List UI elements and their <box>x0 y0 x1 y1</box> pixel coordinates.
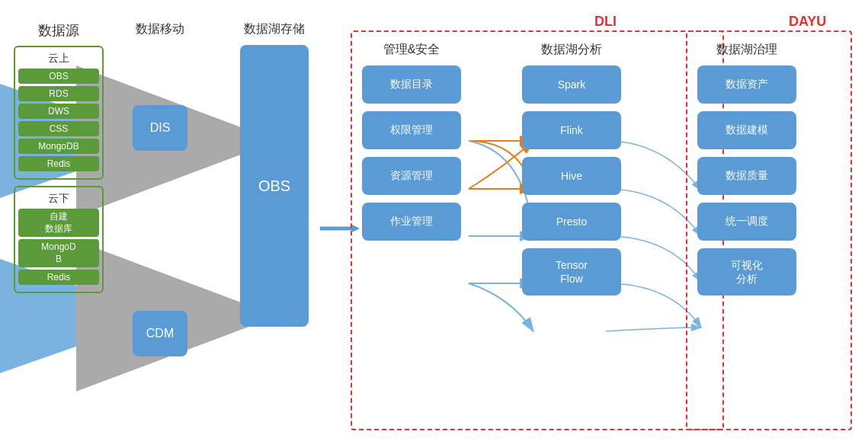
css-btn: CSS <box>18 121 99 136</box>
dis-box: DIS <box>133 105 187 151</box>
resource-box: 资源管理 <box>362 157 461 195</box>
manage-title: 管理&安全 <box>362 42 461 58</box>
dli-label: DLI <box>594 14 617 30</box>
quality-box: 数据质量 <box>697 157 796 195</box>
cdm-box: CDM <box>133 311 187 356</box>
zijian-btn: 自建数据库 <box>18 209 99 237</box>
data-move-section: 数据移动 DIS CDM <box>130 21 191 136</box>
mongodb-btn: MongoDB <box>18 139 99 154</box>
analysis-section: 数据湖分析 Spark Flink Hive Presto TensorFlow <box>522 42 621 295</box>
redis-btn: Redis <box>18 156 99 171</box>
visual-box: 可视化分析 <box>697 248 796 295</box>
obs-btn: OBS <box>18 69 99 84</box>
datasource-title: 数据源 <box>14 21 104 40</box>
datasource-section: 数据源 云上 OBS RDS DWS CSS MongoDB Redis 云下 … <box>14 21 104 298</box>
main-diagram: 数据源 云上 OBS RDS DWS CSS MongoDB Redis 云下 … <box>0 0 868 444</box>
datamenu-box: 数据目录 <box>362 65 461 104</box>
hive-box: Hive <box>522 157 621 195</box>
cloud-up-label: 云上 <box>18 52 99 65</box>
job-box: 作业管理 <box>362 203 461 241</box>
presto-box: Presto <box>522 203 621 241</box>
storage-section: 数据湖存储 OBS <box>236 21 312 327</box>
redis2-btn: Redis <box>18 270 99 285</box>
cloud-down-section: 云下 自建数据库 MongoDB Redis <box>14 186 104 293</box>
asset-box: 数据资产 <box>697 65 796 104</box>
dws-btn: DWS <box>18 104 99 119</box>
model-box: 数据建模 <box>697 111 796 149</box>
dayu-label: DAYU <box>789 14 826 30</box>
flink-box: Flink <box>522 111 621 149</box>
cloud-down-label: 云下 <box>18 192 99 206</box>
storage-title: 数据湖存储 <box>236 21 312 37</box>
governance-section: 数据湖治理 数据资产 数据建模 数据质量 统一调度 可视化分析 <box>697 42 796 295</box>
analysis-title: 数据湖分析 <box>522 42 621 58</box>
manage-section: 管理&安全 数据目录 权限管理 资源管理 作业管理 <box>362 42 461 241</box>
schedule-box: 统一调度 <box>697 203 796 241</box>
cloud-up-section: 云上 OBS RDS DWS CSS MongoDB Redis <box>14 46 104 180</box>
data-move-title: 数据移动 <box>130 21 191 37</box>
rds-btn: RDS <box>18 86 99 101</box>
storage-obs-box: OBS <box>240 45 309 327</box>
spark-box: Spark <box>522 65 621 104</box>
mongodb2-btn: MongoDB <box>18 239 99 267</box>
tensorflow-box: TensorFlow <box>522 248 621 295</box>
governance-title: 数据湖治理 <box>697 42 796 58</box>
auth-box: 权限管理 <box>362 111 461 149</box>
